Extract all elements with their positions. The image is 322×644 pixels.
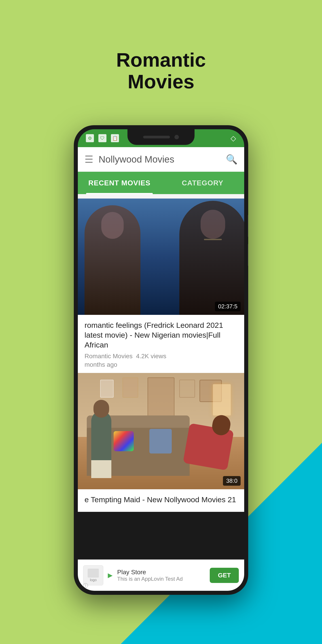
volume-up-button[interactable] <box>248 215 248 237</box>
movie-thumbnail-2: 38:0 <box>78 373 244 489</box>
settings-status-icon: ⚙ <box>86 134 94 142</box>
search-icon[interactable]: 🔍 <box>226 154 238 165</box>
speaker-bar <box>143 136 170 138</box>
movie-card-1[interactable]: 02:37:5 romantic feelings (Fredrick Leon… <box>78 198 244 373</box>
volume-down-button[interactable] <box>248 244 248 266</box>
ad-play-icon: ▶ <box>108 572 113 579</box>
camera-dot <box>174 135 179 139</box>
shield-status-icon: 🛡 <box>98 134 106 142</box>
ad-banner[interactable]: logo ▶ Play Store This is an AppLovin Te… <box>78 560 244 591</box>
movie-info-2: e Tempting Maid - New Nollywood Movies 2… <box>78 489 244 512</box>
phone-inner: ⚙ 🛡 📋 ◇ ☰ Nollywood Movies 🔍 RECENT MOVI… <box>78 129 244 591</box>
app-toolbar: ☰ Nollywood Movies 🔍 <box>78 147 244 172</box>
ad-store-name: Play Store <box>117 569 205 576</box>
app-screen: ☰ Nollywood Movies 🔍 RECENT MOVIES CATEG… <box>78 147 244 512</box>
ad-info-icon[interactable]: ⓘ <box>83 582 88 589</box>
tab-active-indicator <box>86 193 153 194</box>
phone-notch <box>128 129 194 145</box>
storage-status-icon: 📋 <box>111 134 119 142</box>
status-icons-left: ⚙ 🛡 📋 <box>86 134 119 142</box>
phone-frame: ⚙ 🛡 📋 ◇ ☰ Nollywood Movies 🔍 RECENT MOVI… <box>74 125 248 595</box>
movie-info-1: romantic feelings (Fredrick Leonard 2021… <box>78 315 244 373</box>
movie-age-1: months ago <box>84 361 238 368</box>
scroll-hint-bar <box>78 194 244 198</box>
ad-text-area: Play Store This is an AppLovin Test Ad <box>117 569 205 582</box>
ad-cta-button[interactable]: GET <box>210 568 239 583</box>
movie-thumbnail-1: 02:37:5 <box>78 198 244 315</box>
movie-title-1: romantic feelings (Fredrick Leonard 2021… <box>84 320 238 350</box>
movie-channel-1: Romantic Movies 4.2K views <box>84 353 238 360</box>
tab-bar: RECENT MOVIES CATEGORY <box>78 172 244 194</box>
app-title: Nollywood Movies <box>98 154 226 165</box>
duration-badge-2: 38:0 <box>223 476 240 486</box>
indoor-scene <box>78 373 244 489</box>
wifi-icon: ◇ <box>230 134 236 142</box>
tab-category[interactable]: CATEGORY <box>161 172 244 194</box>
movie-title-2: e Tempting Maid - New Nollywood Movies 2… <box>84 495 238 504</box>
duration-badge-1: 02:37:5 <box>215 302 240 311</box>
couple-silhouette <box>78 198 244 315</box>
romantic-scene <box>78 198 244 315</box>
movie-card-2[interactable]: 38:0 e Tempting Maid - New Nollywood Mov… <box>78 373 244 512</box>
ad-description: This is an AppLovin Test Ad <box>117 576 205 582</box>
hamburger-menu-icon[interactable]: ☰ <box>84 154 93 165</box>
page-title: Romantic Movies <box>0 49 322 92</box>
tab-recent-movies[interactable]: RECENT MOVIES <box>78 172 161 194</box>
